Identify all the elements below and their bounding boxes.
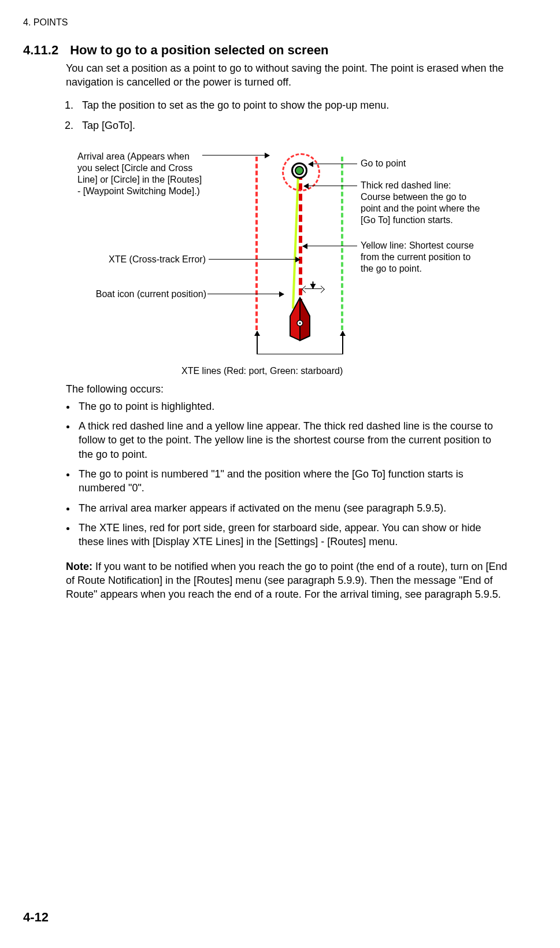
arrow-xte-down <box>313 282 314 288</box>
label-boat: Boat icon (current position) <box>82 288 206 300</box>
arrow-xte-port-up <box>257 331 258 354</box>
arrow-xte-stbd-up <box>342 331 343 354</box>
label-xte: XTE (Cross-track Error) <box>102 254 206 265</box>
label-goto: Go to point <box>361 158 406 169</box>
goto-diagram: Arrival area (Appears when you select [C… <box>66 145 517 376</box>
running-header: 4. POINTS <box>23 17 508 28</box>
arrow-arrival <box>202 155 269 156</box>
arrow-xte <box>209 259 300 260</box>
bullet-1: The go to point is highlighted. <box>76 399 508 413</box>
section-number: 4.11.2 <box>23 43 58 58</box>
label-yellow: Yellow line: Shortest course from the cu… <box>361 240 482 275</box>
arrow-thick-red <box>304 186 357 187</box>
intro-paragraph: You can set a position as a point to go … <box>66 61 508 90</box>
arrow-goto <box>309 164 357 165</box>
bullet-2: A thick red dashed line and a yellow lin… <box>76 419 508 461</box>
label-xte-lines: XTE lines (Red: port, Green: starboard) <box>181 366 343 376</box>
arrow-yellow <box>303 246 357 247</box>
boat-icon <box>287 297 313 342</box>
label-thick-red: Thick red dashed line: Course between th… <box>361 180 482 226</box>
xte-line-port <box>255 157 258 330</box>
diagram-center <box>255 157 348 342</box>
steps-list: Tap the position to set as the go to poi… <box>66 98 508 134</box>
section-heading: 4.11.2 How to go to a position selected … <box>23 43 508 58</box>
xte-line-starboard <box>341 157 343 330</box>
note-label: Note: <box>66 561 92 572</box>
page: 4. POINTS 4.11.2 How to go to a position… <box>0 0 560 948</box>
bullet-5: The XTE lines, red for port side, green … <box>76 521 508 549</box>
arrow-boat <box>207 294 284 295</box>
svg-point-1 <box>299 322 301 324</box>
note-paragraph: Note: If you want to be notified when yo… <box>66 560 508 602</box>
section-title: How to go to a position selected on scre… <box>70 43 328 58</box>
course-dashed-red <box>299 173 302 306</box>
step-1: Tap the position to set as the go to poi… <box>76 98 508 113</box>
page-number: 4-12 <box>23 910 49 925</box>
bullet-3: The go to point is numbered "1" and the … <box>76 467 508 495</box>
bullet-4: The arrival area marker appears if activ… <box>76 501 508 515</box>
result-bullets: The go to point is highlighted. A thick … <box>66 399 508 549</box>
note-text: If you want to be notified when you reac… <box>66 561 507 601</box>
step-2: Tap [GoTo]. <box>76 118 508 134</box>
xte-join-line <box>257 354 343 355</box>
following-occurs: The following occurs: <box>66 382 508 396</box>
goto-point-marker-inner <box>295 166 304 175</box>
label-arrival-area: Arrival area (Appears when you select [C… <box>77 151 205 197</box>
